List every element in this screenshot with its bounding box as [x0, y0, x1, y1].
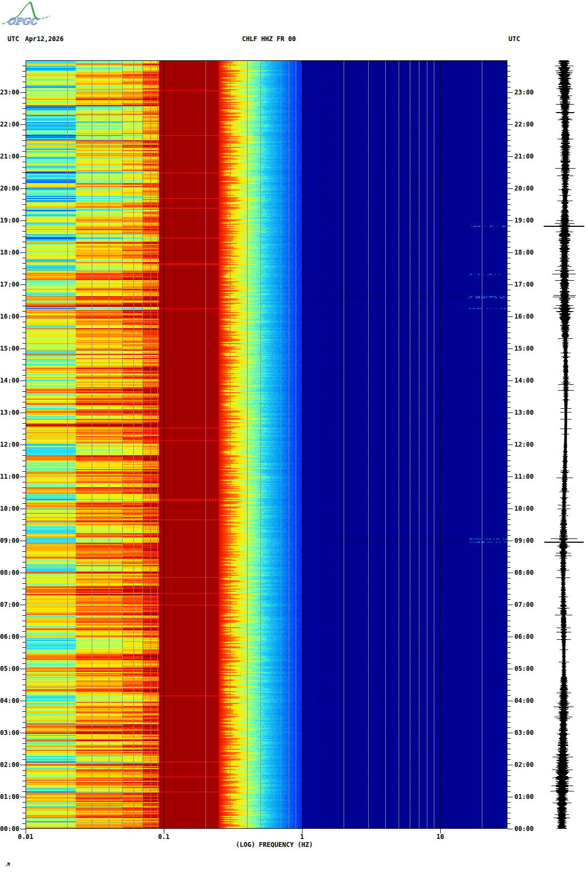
time-label-right: 21:00 — [514, 153, 534, 160]
minute-tick-right — [507, 514, 511, 514]
minute-tick-right — [507, 599, 511, 600]
time-label-left: 01:00 — [0, 793, 19, 800]
time-label-left: 18:00 — [0, 249, 19, 256]
minute-tick-right — [507, 279, 511, 280]
hour-tick-right — [507, 637, 513, 637]
minute-tick-left — [22, 711, 26, 712]
corner-glyph: .M — [5, 862, 10, 867]
minute-tick-right — [507, 178, 511, 178]
time-label-right: 16:00 — [514, 313, 534, 320]
utc-label-right: UTC — [508, 35, 520, 43]
minute-tick-right — [507, 87, 511, 88]
time-label-right: 17:00 — [514, 281, 534, 288]
hour-tick-left — [20, 188, 26, 189]
time-label-left: 11:00 — [0, 473, 19, 480]
minute-tick-right — [507, 98, 511, 98]
minute-tick-right — [507, 140, 511, 141]
minute-tick-right — [507, 210, 511, 210]
minute-tick-right — [507, 397, 511, 397]
time-label-left: 16:00 — [0, 313, 19, 320]
minute-tick-left — [22, 525, 26, 525]
minute-tick-left — [22, 82, 26, 82]
minute-tick-left — [22, 663, 26, 664]
hour-tick-left — [20, 284, 26, 285]
time-label-right: 05:00 — [514, 665, 534, 672]
minute-tick-left — [22, 258, 26, 258]
minute-tick-right — [507, 263, 511, 264]
time-label-left: 10:00 — [0, 505, 19, 512]
hour-tick-left — [20, 445, 26, 445]
time-label-right: 09:00 — [514, 537, 534, 544]
minute-tick-right — [507, 727, 511, 728]
minute-tick-left — [22, 434, 26, 434]
logo-text: OPGC — [6, 16, 39, 27]
minute-tick-left — [22, 621, 26, 621]
minute-tick-right — [507, 204, 511, 205]
minute-tick-left — [22, 562, 26, 562]
logo-dashed-tail-right — [38, 16, 50, 19]
minute-tick-left — [22, 594, 26, 594]
minute-tick-left — [22, 172, 26, 173]
minute-tick-left — [22, 306, 26, 306]
minute-tick-left — [22, 76, 26, 77]
minute-tick-left — [22, 327, 26, 328]
minute-tick-left — [22, 647, 26, 648]
date-label: Apr12,2026 — [25, 35, 63, 43]
minute-tick-left — [22, 332, 26, 333]
time-label-right: 15:00 — [514, 345, 534, 352]
hour-tick-left — [20, 220, 26, 221]
webicorder-spectrogram-page: OPGC UTC Apr12,2026 CHLF HHZ FR 00 UTC 0… — [0, 0, 588, 872]
minute-tick-right — [507, 418, 511, 418]
minute-tick-left — [22, 364, 26, 365]
hour-tick-left — [20, 573, 26, 573]
minute-tick-left — [22, 268, 26, 269]
station-title: CHLF HHZ FR 00 — [226, 35, 312, 43]
minute-tick-left — [22, 743, 26, 744]
minute-tick-right — [507, 247, 511, 248]
minute-tick-left — [22, 183, 26, 184]
minute-tick-right — [507, 546, 511, 546]
minute-tick-left — [22, 279, 26, 280]
hour-tick-right — [507, 701, 513, 701]
minute-tick-left — [22, 823, 26, 824]
time-label-right: 18:00 — [514, 249, 534, 256]
minute-tick-left — [22, 247, 26, 248]
minute-tick-left — [22, 546, 26, 546]
minute-tick-left — [22, 231, 26, 232]
minute-tick-left — [22, 455, 26, 456]
hour-tick-right — [507, 413, 513, 413]
minute-tick-right — [507, 562, 511, 562]
hour-tick-left — [20, 733, 26, 733]
minute-tick-right — [507, 450, 511, 450]
minute-tick-right — [507, 338, 511, 338]
hour-tick-right — [507, 445, 513, 445]
minute-tick-right — [507, 332, 511, 333]
minute-tick-left — [22, 658, 26, 659]
time-label-right: 11:00 — [514, 473, 534, 480]
minute-tick-right — [507, 162, 511, 162]
time-label-left: 00:00 — [0, 825, 19, 833]
time-label-left: 04:00 — [0, 697, 19, 704]
minute-tick-left — [22, 642, 26, 643]
minute-tick-left — [22, 439, 26, 440]
minute-tick-right — [507, 658, 511, 659]
minute-tick-left — [22, 162, 26, 162]
minute-tick-right — [507, 242, 511, 242]
minute-tick-left — [22, 583, 26, 584]
minute-tick-right — [507, 610, 511, 611]
minute-tick-left — [22, 722, 26, 723]
minute-tick-right — [507, 621, 511, 621]
freq-tick-label: 0.01 — [14, 833, 37, 841]
minute-tick-right — [507, 103, 511, 104]
hour-tick-left — [20, 669, 26, 669]
minute-tick-left — [22, 631, 26, 632]
minute-tick-right — [507, 76, 511, 77]
hour-tick-left — [20, 637, 26, 637]
spectrogram-heatmap — [26, 60, 507, 829]
time-label-right: 00:00 — [514, 825, 534, 833]
minute-tick-right — [507, 626, 511, 627]
minute-tick-right — [507, 631, 511, 632]
time-label-right: 03:00 — [514, 729, 534, 736]
minute-tick-right — [507, 364, 511, 365]
minute-tick-left — [22, 749, 26, 749]
